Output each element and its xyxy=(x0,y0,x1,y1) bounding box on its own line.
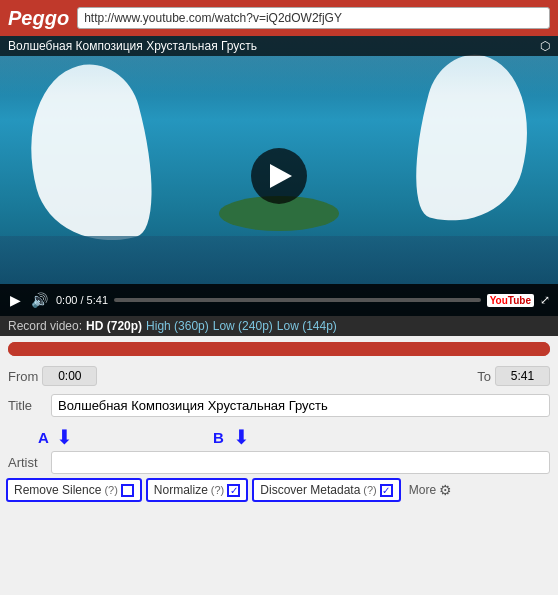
annotation-b: B xyxy=(213,429,224,446)
slider-container xyxy=(0,336,558,362)
fullscreen-button[interactable]: ⤢ xyxy=(540,293,550,307)
artist-row: Artist xyxy=(8,451,550,474)
to-input[interactable] xyxy=(495,366,550,386)
quality-high[interactable]: High (360p) xyxy=(146,319,209,333)
remove-silence-help[interactable]: (?) xyxy=(104,484,117,496)
annotation-row: A ⬇ B ⬇ xyxy=(8,423,550,451)
app-header: Peggo xyxy=(0,0,558,36)
normalize-checkbox[interactable] xyxy=(227,484,240,497)
normalize-button[interactable]: Normalize (?) xyxy=(146,478,248,502)
discover-checkbox[interactable] xyxy=(380,484,393,497)
discover-label: Discover Metadata xyxy=(260,483,360,497)
discover-metadata-button[interactable]: Discover Metadata (?) xyxy=(252,478,401,502)
range-track[interactable] xyxy=(8,342,550,356)
play-button[interactable] xyxy=(251,148,307,204)
quality-low-144[interactable]: Low (144p) xyxy=(277,319,337,333)
range-handle-right[interactable] xyxy=(536,342,550,356)
arrow-down-b: ⬇ xyxy=(233,425,250,449)
title-row: Title xyxy=(0,390,558,421)
from-input[interactable] xyxy=(42,366,97,386)
annotation-artist-section: A ⬇ B ⬇ Artist xyxy=(0,421,558,474)
normalize-label: Normalize xyxy=(154,483,208,497)
video-title-bar: Волшебная Композиция Хрустальная Грусть … xyxy=(0,36,558,56)
artist-field-label: Artist xyxy=(8,455,43,470)
share-icon[interactable]: ⬡ xyxy=(540,39,550,53)
current-time: 0:00 xyxy=(56,294,77,306)
from-label: From xyxy=(8,369,38,384)
title-field-label: Title xyxy=(8,398,43,413)
play-icon xyxy=(270,164,292,188)
remove-silence-checkbox[interactable] xyxy=(121,484,134,497)
range-handle-left[interactable] xyxy=(8,342,22,356)
arrow-down-a: ⬇ xyxy=(56,425,73,449)
quality-hd[interactable]: HD (720p) xyxy=(86,319,142,333)
record-label: Record video: xyxy=(8,319,82,333)
youtube-logo: YouTube xyxy=(487,294,534,307)
title-input[interactable] xyxy=(51,394,550,417)
gear-icon: ⚙ xyxy=(439,482,452,498)
volume-button[interactable]: 🔊 xyxy=(29,292,50,308)
video-thumbnail xyxy=(0,36,558,316)
artist-input[interactable] xyxy=(51,451,550,474)
total-duration: 5:41 xyxy=(87,294,108,306)
record-bar: Record video: HD (720p) High (360p) Low … xyxy=(0,316,558,336)
to-label: To xyxy=(477,369,491,384)
bottom-toolbar: Remove Silence (?) Normalize (?) Discove… xyxy=(0,474,558,506)
quality-low-240[interactable]: Low (240p) xyxy=(213,319,273,333)
annotation-a: A xyxy=(38,429,49,446)
app-logo: Peggo xyxy=(8,7,69,30)
from-to-row: From To xyxy=(0,362,558,390)
more-label: More xyxy=(409,483,436,497)
remove-silence-label: Remove Silence xyxy=(14,483,101,497)
video-controls: ▶ 🔊 0:00 / 5:41 YouTube ⤢ xyxy=(0,284,558,316)
video-title: Волшебная Композиция Хрустальная Грусть xyxy=(8,39,257,53)
remove-silence-button[interactable]: Remove Silence (?) xyxy=(6,478,142,502)
normalize-help[interactable]: (?) xyxy=(211,484,224,496)
play-pause-button[interactable]: ▶ xyxy=(8,292,23,308)
discover-help[interactable]: (?) xyxy=(363,484,376,496)
video-container: Волшебная Композиция Хрустальная Грусть … xyxy=(0,36,558,316)
url-input[interactable] xyxy=(77,7,550,29)
time-display: 0:00 / 5:41 xyxy=(56,294,108,306)
more-button[interactable]: More ⚙ xyxy=(409,482,452,498)
video-progress-bar[interactable] xyxy=(114,298,481,302)
